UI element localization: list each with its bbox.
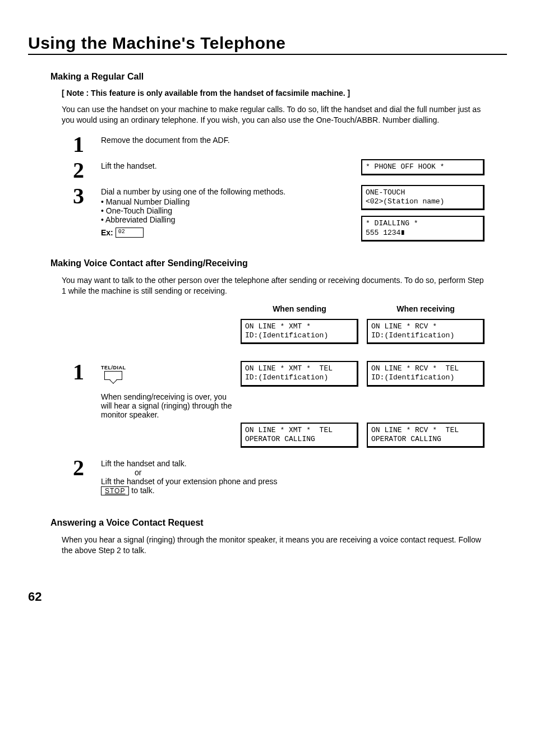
section1-intro: You can use the handset on your machine …: [62, 104, 485, 126]
tel-dial-label: TEL/DIAL: [101, 365, 126, 370]
page-number: 62: [28, 590, 507, 604]
lcd-display: ON LINE * XMT * TEL ID:(Identification): [241, 361, 358, 387]
lcd-display: * PHONE OFF HOOK *: [361, 159, 485, 175]
example-key: 02: [116, 228, 144, 238]
step-row: 1 TEL/DIAL ON LINE * XMT * TEL ID:(Ident…: [73, 361, 485, 392]
dial-method-list: Manual Number Dialling One-Touch Diallin…: [101, 197, 350, 224]
step2-line2a: Lift the handset of your extension phone…: [101, 477, 277, 486]
section2-intro: You may want to talk to the other person…: [62, 275, 485, 296]
step-text: Remove the document from the ADF.: [101, 133, 350, 145]
section-making-call-heading: Making a Regular Call: [50, 72, 507, 82]
step-row: 2 Lift the handset and talk. or Lift the…: [73, 457, 485, 495]
lcd-display: ONE-TOUCH <02>(Station name): [361, 185, 485, 211]
lcd-display: ON LINE * XMT * TEL OPERATOR CALLING: [241, 423, 358, 448]
step-text: Dial a number by using one of the follow…: [101, 187, 350, 196]
lcd-display: * DIALLING * 555 1234∎: [361, 216, 485, 242]
step-number: 2: [73, 457, 101, 479]
when-receiving-header: When receiving: [367, 304, 485, 313]
step1-note: When sending/receiving is over, you will…: [73, 392, 232, 419]
step-row: 1 Remove the document from the ADF.: [73, 133, 485, 156]
lcd-display: ON LINE * RCV * TEL ID:(Identification): [367, 361, 485, 387]
section3-body: When you hear a signal (ringing) through…: [62, 535, 485, 556]
step-row: 3 Dial a number by using one of the foll…: [73, 185, 485, 247]
lcd-row: ON LINE * XMT * TEL OPERATOR CALLING ON …: [73, 423, 485, 454]
step-number: 1: [73, 361, 101, 383]
step-number: 3: [73, 185, 101, 207]
section1-note: [ Note : This feature is only available …: [62, 89, 507, 98]
example-label: Ex:: [101, 228, 113, 237]
tel-dial-key-icon: TEL/DIAL: [101, 365, 126, 380]
list-item: Abbreviated Dialling: [101, 215, 350, 224]
lcd-display: ON LINE * RCV * TEL OPERATOR CALLING: [367, 423, 485, 448]
step2-line1: Lift the handset and talk.: [101, 459, 350, 468]
lcd-display: ON LINE * RCV * ID:(Identification): [367, 319, 485, 345]
step-text: Lift the handset.: [101, 159, 350, 170]
step2-line2b: to talk.: [129, 486, 154, 495]
step-row: 2 Lift the handset. * PHONE OFF HOOK *: [73, 159, 485, 182]
step2-or: or: [101, 468, 350, 477]
stop-key: STOP: [101, 486, 129, 495]
list-item: Manual Number Dialling: [101, 197, 350, 206]
section-answering-heading: Answering a Voice Contact Request: [50, 518, 507, 528]
step-number: 1: [73, 133, 101, 156]
step1-note-row: When sending/receiving is over, you will…: [73, 392, 485, 419]
column-headers: When sending When receiving: [73, 304, 485, 319]
when-sending-header: When sending: [241, 304, 358, 313]
lcd-display: ON LINE * XMT * ID:(Identification): [241, 319, 358, 345]
section-voice-contact-heading: Making Voice Contact after Sending/Recei…: [50, 258, 507, 268]
page-title: Using the Machine's Telephone: [28, 34, 507, 55]
list-item: One-Touch Dialling: [101, 206, 350, 215]
step-number: 2: [73, 159, 101, 182]
lcd-row: ON LINE * XMT * ID:(Identification) ON L…: [73, 319, 485, 350]
